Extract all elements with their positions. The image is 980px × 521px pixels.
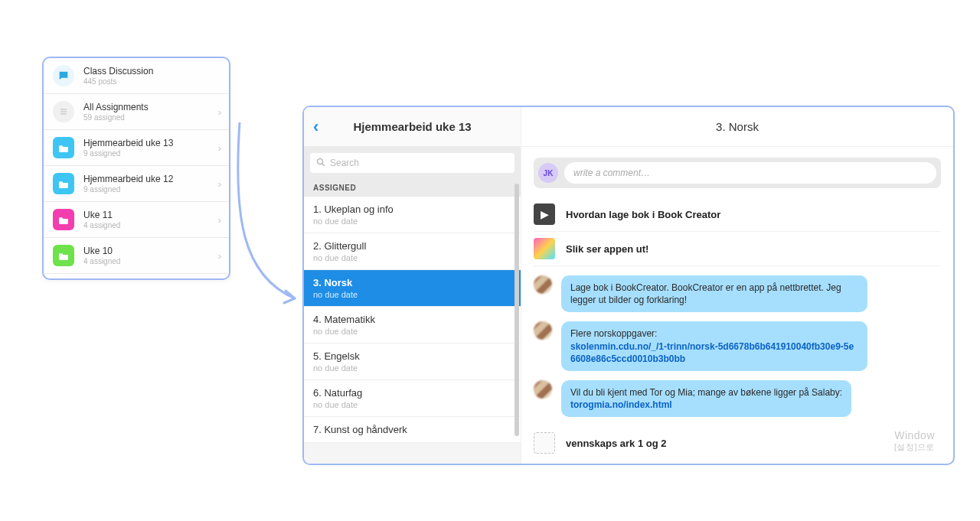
- sidebar-item-title: Uke 11: [83, 210, 220, 220]
- assignment-title: 4. Matematikk: [313, 314, 511, 325]
- scrollbar[interactable]: [514, 184, 519, 436]
- search-input[interactable]: [310, 153, 514, 173]
- sidebar-item-sub: 9 assigned: [83, 185, 220, 194]
- message-row: Flere norskoppgaver: skolenmin.cdu.no/_/…: [534, 321, 941, 371]
- assignment-row[interactable]: 2. Glittergull no due date: [304, 233, 521, 270]
- sidebar-item[interactable]: Class Discussion 445 posts: [44, 58, 229, 94]
- sidebar-item[interactable]: Hjemmearbeid uke 13 9 assigned ›: [44, 130, 229, 166]
- attachment-label: Slik ser appen ut!: [566, 243, 648, 255]
- chevron-right-icon: ›: [218, 106, 221, 118]
- sidebar-item-sub: 9 assigned: [83, 149, 220, 158]
- message-link[interactable]: skolenmin.cdu.no/_/1-trinn/norsk-5d6678b…: [570, 341, 854, 364]
- assignment-row[interactable]: 3. Norsk no due date: [304, 270, 521, 307]
- chevron-right-icon: ›: [218, 142, 221, 154]
- svg-point-3: [318, 159, 323, 164]
- attachment-row-doc[interactable]: vennskaps ark 1 og 2: [534, 426, 941, 460]
- assignment-sub: no due date: [313, 363, 511, 373]
- attachment-row-video[interactable]: ▶ Hvordan lage bok i Book Creator: [534, 197, 941, 232]
- assignment-sub: no due date: [313, 217, 511, 226]
- assignment-row[interactable]: 5. Engelsk no due date: [304, 344, 521, 380]
- content-title: 3. Norsk: [521, 107, 953, 147]
- svg-rect-2: [60, 114, 67, 115]
- watermark-sub: [설정]으로: [894, 441, 935, 453]
- attachment-label: Hvordan lage bok i Book Creator: [566, 209, 720, 220]
- assignment-sub: no due date: [313, 400, 511, 409]
- app-icon: [534, 238, 555, 259]
- message-bubble: Flere norskoppgaver: skolenmin.cdu.no/_/…: [561, 321, 867, 371]
- sidebar-item-title: Hjemmearbeid uke 13: [83, 138, 220, 148]
- connector-arrow: [226, 122, 310, 321]
- message-text: Vil du bli kjent med Tor og Mia; mange a…: [570, 387, 842, 398]
- sidebar-item[interactable]: Uke 9 4 assigned ›: [44, 274, 229, 280]
- attachment-label: vennskaps ark 1 og 2: [566, 438, 667, 449]
- svg-line-4: [322, 164, 325, 167]
- class-sidebar: Class Discussion 445 posts All Assignmen…: [42, 57, 230, 280]
- assignment-sub: no due date: [313, 290, 511, 299]
- message-bubble: Lage bok i BookCreator. BookCreator er e…: [561, 275, 867, 312]
- assignment-sub: no due date: [313, 327, 511, 336]
- assignment-row[interactable]: 7. Kunst og håndverk: [304, 417, 521, 443]
- assignment-content-column: 3. Norsk JK ▶ Hvordan lage bok i Book Cr…: [521, 107, 953, 464]
- sidebar-item-sub: 445 posts: [83, 77, 220, 86]
- content-body: JK ▶ Hvordan lage bok i Book Creator Sli…: [521, 147, 953, 464]
- svg-rect-1: [60, 112, 67, 112]
- folder-icon: [53, 245, 74, 266]
- assignment-title: 6. Naturfag: [313, 387, 511, 399]
- assignment-row[interactable]: 6. Naturfag no due date: [304, 380, 521, 417]
- assignment-title: 7. Kunst og håndverk: [313, 424, 511, 435]
- assignment-scroll: ASSIGNED 1. Ukeplan og info no due date …: [304, 179, 521, 464]
- assignment-title: 1. Ukeplan og info: [313, 204, 511, 215]
- message-row: Lage bok i BookCreator. BookCreator er e…: [534, 275, 941, 312]
- watermark: Window [설정]으로: [894, 429, 935, 453]
- teacher-avatar-icon: [534, 321, 552, 340]
- assignment-list-column: ‹ Hjemmearbeid uke 13 ASSIGNED 1. Ukepla…: [304, 107, 521, 464]
- assignment-title: 5. Engelsk: [313, 350, 511, 362]
- sidebar-item[interactable]: Uke 11 4 assigned ›: [44, 202, 229, 238]
- sidebar-item-title: All Assignments: [83, 102, 220, 112]
- chevron-right-icon: ›: [218, 178, 221, 190]
- sidebar-item-title: Class Discussion: [83, 66, 220, 77]
- search-icon: [316, 158, 325, 169]
- avatar: JK: [538, 163, 558, 183]
- sidebar-item[interactable]: Hjemmearbeid uke 12 9 assigned ›: [44, 166, 229, 202]
- search-wrap: [304, 147, 521, 179]
- section-header-assigned: ASSIGNED: [304, 179, 521, 197]
- assignment-row[interactable]: 4. Matematikk no due date: [304, 307, 521, 344]
- sidebar-item-sub: 4 assigned: [83, 221, 220, 230]
- assignment-title: 3. Norsk: [313, 277, 511, 288]
- teacher-avatar-icon: [534, 275, 552, 294]
- message-text: Flere norskoppgaver:: [570, 328, 657, 339]
- assignment-list-header: ‹ Hjemmearbeid uke 13: [304, 107, 521, 147]
- folder-icon: [53, 137, 74, 158]
- comment-input[interactable]: [564, 162, 936, 184]
- assignment-row[interactable]: 1. Ukeplan og info no due date: [304, 197, 521, 233]
- attachment-row-app[interactable]: Slik ser appen ut!: [534, 232, 941, 266]
- watermark-main: Window: [894, 429, 935, 441]
- svg-rect-0: [60, 109, 67, 110]
- back-button[interactable]: ‹: [313, 117, 318, 137]
- message-link[interactable]: torogmia.no/index.html: [570, 399, 672, 410]
- sidebar-item[interactable]: All Assignments 59 assigned ›: [44, 94, 229, 130]
- chevron-right-icon: ›: [218, 250, 221, 262]
- sidebar-item-sub: 59 assigned: [83, 113, 220, 122]
- comment-bar: JK: [534, 158, 941, 188]
- list-icon: [53, 101, 74, 122]
- folder-icon: [53, 173, 74, 194]
- assignment-title: 2. Glittergull: [313, 240, 511, 252]
- detail-panel: ‹ Hjemmearbeid uke 13 ASSIGNED 1. Ukepla…: [302, 106, 955, 465]
- assignment-sub: no due date: [313, 253, 511, 262]
- sidebar-item-title: Hjemmearbeid uke 12: [83, 174, 220, 184]
- folder-icon: [53, 209, 74, 230]
- document-icon: [534, 432, 555, 454]
- teacher-avatar-icon: [534, 380, 552, 399]
- sidebar-item-title: Uke 10: [83, 246, 220, 256]
- video-icon: ▶: [534, 204, 555, 225]
- chat-icon: [53, 65, 74, 86]
- message-text: Lage bok i BookCreator. BookCreator er e…: [570, 282, 841, 305]
- sidebar-item-sub: 4 assigned: [83, 257, 220, 265]
- message-bubble: Vil du bli kjent med Tor og Mia; mange a…: [561, 380, 851, 417]
- assignment-list-title: Hjemmearbeid uke 13: [304, 120, 521, 133]
- sidebar-item[interactable]: Uke 10 4 assigned ›: [44, 238, 229, 274]
- chevron-right-icon: ›: [218, 214, 221, 226]
- message-row: Vil du bli kjent med Tor og Mia; mange a…: [534, 380, 941, 417]
